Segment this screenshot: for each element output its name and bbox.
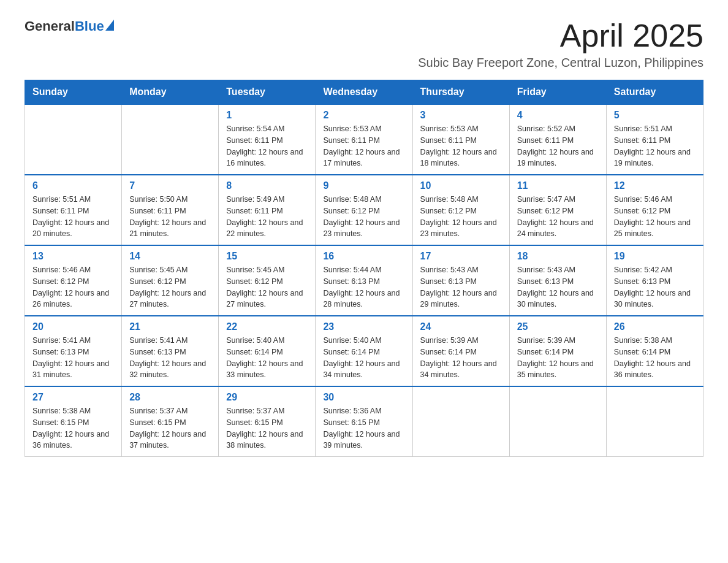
- day-info: Sunrise: 5:49 AMSunset: 6:11 PMDaylight:…: [226, 194, 308, 240]
- calendar-cell: [122, 104, 219, 175]
- day-number: 14: [129, 251, 211, 262]
- day-number: 15: [226, 251, 308, 262]
- day-info: Sunrise: 5:41 AMSunset: 6:13 PMDaylight:…: [129, 335, 211, 381]
- calendar-cell: 7Sunrise: 5:50 AMSunset: 6:11 PMDaylight…: [122, 175, 219, 245]
- weekday-header-thursday: Thursday: [412, 80, 509, 105]
- day-info: Sunrise: 5:38 AMSunset: 6:15 PMDaylight:…: [32, 405, 114, 451]
- weekday-header-friday: Friday: [509, 80, 606, 105]
- calendar-cell: 12Sunrise: 5:46 AMSunset: 6:12 PMDayligh…: [606, 175, 703, 245]
- logo: GeneralBlue: [25, 18, 114, 34]
- calendar-cell: 21Sunrise: 5:41 AMSunset: 6:13 PMDayligh…: [122, 316, 219, 386]
- calendar-cell: 30Sunrise: 5:36 AMSunset: 6:15 PMDayligh…: [316, 386, 412, 457]
- day-info: Sunrise: 5:41 AMSunset: 6:13 PMDaylight:…: [32, 335, 114, 381]
- day-info: Sunrise: 5:39 AMSunset: 6:14 PMDaylight:…: [420, 335, 502, 381]
- day-info: Sunrise: 5:51 AMSunset: 6:11 PMDaylight:…: [614, 123, 696, 169]
- calendar-cell: 19Sunrise: 5:42 AMSunset: 6:13 PMDayligh…: [606, 245, 703, 316]
- day-info: Sunrise: 5:48 AMSunset: 6:12 PMDaylight:…: [420, 194, 502, 240]
- calendar-cell: 11Sunrise: 5:47 AMSunset: 6:12 PMDayligh…: [509, 175, 606, 245]
- day-number: 27: [32, 392, 114, 403]
- calendar-cell: 16Sunrise: 5:44 AMSunset: 6:13 PMDayligh…: [316, 245, 412, 316]
- day-number: 11: [517, 180, 599, 191]
- page-header: GeneralBlue April 2025 Subic Bay Freepor…: [25, 18, 703, 70]
- calendar-table: SundayMondayTuesdayWednesdayThursdayFrid…: [25, 80, 703, 457]
- weekday-header-tuesday: Tuesday: [219, 80, 316, 105]
- month-year-title: April 2025: [418, 18, 703, 53]
- calendar-cell: [412, 386, 509, 457]
- day-number: 4: [517, 110, 599, 121]
- day-number: 25: [517, 321, 599, 332]
- calendar-cell: 15Sunrise: 5:45 AMSunset: 6:12 PMDayligh…: [219, 245, 316, 316]
- day-info: Sunrise: 5:36 AMSunset: 6:15 PMDaylight:…: [323, 405, 404, 451]
- calendar-cell: [509, 386, 606, 457]
- calendar-cell: 14Sunrise: 5:45 AMSunset: 6:12 PMDayligh…: [122, 245, 219, 316]
- week-row-5: 27Sunrise: 5:38 AMSunset: 6:15 PMDayligh…: [25, 386, 703, 457]
- day-info: Sunrise: 5:48 AMSunset: 6:12 PMDaylight:…: [323, 194, 404, 240]
- day-number: 19: [614, 251, 696, 262]
- calendar-cell: 24Sunrise: 5:39 AMSunset: 6:14 PMDayligh…: [412, 316, 509, 386]
- day-info: Sunrise: 5:43 AMSunset: 6:13 PMDaylight:…: [517, 264, 599, 310]
- day-number: 2: [323, 110, 404, 121]
- day-info: Sunrise: 5:38 AMSunset: 6:14 PMDaylight:…: [614, 335, 696, 381]
- day-number: 16: [323, 251, 404, 262]
- day-info: Sunrise: 5:42 AMSunset: 6:13 PMDaylight:…: [614, 264, 696, 310]
- day-number: 24: [420, 321, 502, 332]
- day-number: 30: [323, 392, 404, 403]
- day-info: Sunrise: 5:40 AMSunset: 6:14 PMDaylight:…: [323, 335, 404, 381]
- day-info: Sunrise: 5:39 AMSunset: 6:14 PMDaylight:…: [517, 335, 599, 381]
- day-info: Sunrise: 5:52 AMSunset: 6:11 PMDaylight:…: [517, 123, 599, 169]
- calendar-cell: 27Sunrise: 5:38 AMSunset: 6:15 PMDayligh…: [25, 386, 122, 457]
- day-info: Sunrise: 5:45 AMSunset: 6:12 PMDaylight:…: [129, 264, 211, 310]
- weekday-header-wednesday: Wednesday: [316, 80, 412, 105]
- day-number: 12: [614, 180, 696, 191]
- calendar-cell: 1Sunrise: 5:54 AMSunset: 6:11 PMDaylight…: [219, 104, 316, 175]
- calendar-cell: [25, 104, 122, 175]
- calendar-cell: 5Sunrise: 5:51 AMSunset: 6:11 PMDaylight…: [606, 104, 703, 175]
- calendar-cell: 28Sunrise: 5:37 AMSunset: 6:15 PMDayligh…: [122, 386, 219, 457]
- calendar-cell: 6Sunrise: 5:51 AMSunset: 6:11 PMDaylight…: [25, 175, 122, 245]
- day-number: 23: [323, 321, 404, 332]
- logo-general: General: [25, 18, 75, 34]
- logo-text: GeneralBlue: [25, 18, 104, 34]
- week-row-4: 20Sunrise: 5:41 AMSunset: 6:13 PMDayligh…: [25, 316, 703, 386]
- day-number: 8: [226, 180, 308, 191]
- location-subtitle: Subic Bay Freeport Zone, Central Luzon, …: [418, 56, 703, 70]
- weekday-header-sunday: Sunday: [25, 80, 122, 105]
- day-number: 9: [323, 180, 404, 191]
- day-info: Sunrise: 5:45 AMSunset: 6:12 PMDaylight:…: [226, 264, 308, 310]
- calendar-cell: [606, 386, 703, 457]
- calendar-cell: 13Sunrise: 5:46 AMSunset: 6:12 PMDayligh…: [25, 245, 122, 316]
- title-area: April 2025 Subic Bay Freeport Zone, Cent…: [418, 18, 703, 70]
- calendar-cell: 8Sunrise: 5:49 AMSunset: 6:11 PMDaylight…: [219, 175, 316, 245]
- logo-triangle-icon: [105, 20, 114, 31]
- calendar-cell: 25Sunrise: 5:39 AMSunset: 6:14 PMDayligh…: [509, 316, 606, 386]
- day-number: 20: [32, 321, 114, 332]
- day-number: 5: [614, 110, 696, 121]
- day-info: Sunrise: 5:50 AMSunset: 6:11 PMDaylight:…: [129, 194, 211, 240]
- weekday-header-saturday: Saturday: [606, 80, 703, 105]
- day-number: 3: [420, 110, 502, 121]
- calendar-cell: 2Sunrise: 5:53 AMSunset: 6:11 PMDaylight…: [316, 104, 412, 175]
- week-row-2: 6Sunrise: 5:51 AMSunset: 6:11 PMDaylight…: [25, 175, 703, 245]
- day-info: Sunrise: 5:46 AMSunset: 6:12 PMDaylight:…: [32, 264, 114, 310]
- day-number: 21: [129, 321, 211, 332]
- day-info: Sunrise: 5:43 AMSunset: 6:13 PMDaylight:…: [420, 264, 502, 310]
- day-number: 6: [32, 180, 114, 191]
- day-number: 17: [420, 251, 502, 262]
- week-row-3: 13Sunrise: 5:46 AMSunset: 6:12 PMDayligh…: [25, 245, 703, 316]
- day-info: Sunrise: 5:47 AMSunset: 6:12 PMDaylight:…: [517, 194, 599, 240]
- day-info: Sunrise: 5:46 AMSunset: 6:12 PMDaylight:…: [614, 194, 696, 240]
- day-number: 26: [614, 321, 696, 332]
- calendar-cell: 20Sunrise: 5:41 AMSunset: 6:13 PMDayligh…: [25, 316, 122, 386]
- calendar-cell: 29Sunrise: 5:37 AMSunset: 6:15 PMDayligh…: [219, 386, 316, 457]
- day-number: 22: [226, 321, 308, 332]
- day-info: Sunrise: 5:40 AMSunset: 6:14 PMDaylight:…: [226, 335, 308, 381]
- day-info: Sunrise: 5:53 AMSunset: 6:11 PMDaylight:…: [420, 123, 502, 169]
- day-number: 1: [226, 110, 308, 121]
- calendar-cell: 3Sunrise: 5:53 AMSunset: 6:11 PMDaylight…: [412, 104, 509, 175]
- day-info: Sunrise: 5:54 AMSunset: 6:11 PMDaylight:…: [226, 123, 308, 169]
- day-info: Sunrise: 5:37 AMSunset: 6:15 PMDaylight:…: [226, 405, 308, 451]
- calendar-cell: 22Sunrise: 5:40 AMSunset: 6:14 PMDayligh…: [219, 316, 316, 386]
- calendar-cell: 18Sunrise: 5:43 AMSunset: 6:13 PMDayligh…: [509, 245, 606, 316]
- weekday-header-row: SundayMondayTuesdayWednesdayThursdayFrid…: [25, 80, 703, 105]
- day-info: Sunrise: 5:53 AMSunset: 6:11 PMDaylight:…: [323, 123, 404, 169]
